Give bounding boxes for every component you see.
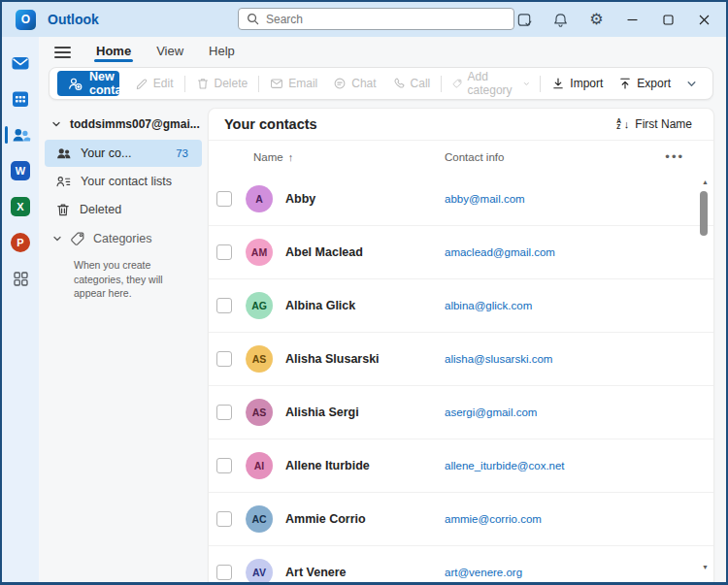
column-name[interactable]: Name ↑ — [216, 151, 445, 163]
contact-email-link[interactable]: abby@mail.com — [445, 193, 688, 205]
contact-name: Abby — [285, 192, 315, 206]
settings-gear-icon[interactable]: ⚙ — [579, 2, 614, 37]
contact-row[interactable]: AAbby abby@mail.com — [209, 173, 713, 226]
categories-hint-text: When you create categories, they will ap… — [74, 258, 190, 301]
tab-help[interactable]: Help — [209, 44, 235, 62]
contacts-list: AAbby abby@mail.com AMAbel Maclead amacl… — [209, 173, 713, 582]
notifications-bell-icon[interactable] — [543, 2, 579, 37]
contact-email-link[interactable]: asergi@gmail.com — [445, 406, 688, 418]
tab-home[interactable]: Home — [96, 44, 131, 62]
call-button[interactable]: Call — [384, 71, 439, 96]
edit-button[interactable]: Edit — [127, 71, 182, 96]
search-icon — [247, 13, 259, 25]
contact-row[interactable]: AVArt Venere art@venere.org — [209, 546, 713, 582]
contact-email-link[interactable]: ammie@corrio.com — [445, 513, 688, 525]
contact-name: Ammie Corrio — [285, 512, 366, 526]
rail-more-apps-icon[interactable] — [2, 262, 39, 295]
sort-ascending-arrow-icon: ↑ — [288, 151, 294, 163]
person-add-icon — [68, 77, 83, 91]
contact-name: Alisha Slusarski — [285, 352, 380, 366]
contact-avatar: AV — [246, 559, 273, 582]
contact-avatar: AM — [246, 239, 273, 266]
maximize-button[interactable] — [650, 2, 686, 37]
rail-mail-icon[interactable] — [2, 47, 39, 80]
sort-by-control[interactable]: AZ ↓ First Name — [616, 117, 692, 131]
app-rail: W X P — [2, 37, 39, 582]
contact-row[interactable]: ASAlisha Slusarski alisha@slusarski.com — [209, 333, 713, 386]
contact-name: Art Venere — [285, 566, 347, 579]
nav-categories[interactable]: Categories — [45, 225, 202, 252]
tab-view[interactable]: View — [156, 44, 183, 62]
contact-checkbox[interactable] — [216, 565, 232, 580]
contact-row[interactable]: ACAmmie Corrio ammie@corrio.com — [209, 493, 713, 546]
nav-contact-lists[interactable]: Your contact lists — [45, 168, 202, 195]
titlebar: O Outlook ⚙ — [2, 2, 726, 37]
export-button[interactable]: Export — [611, 71, 678, 96]
contact-checkbox[interactable] — [216, 511, 232, 527]
import-button[interactable]: Import — [544, 71, 611, 96]
chevron-down-icon — [51, 119, 61, 129]
contacts-panel: Your contacts AZ ↓ First Name Name ↑ Con… — [208, 108, 714, 582]
contact-avatar: AI — [246, 452, 273, 479]
toolbar-overflow-chevron-icon[interactable] — [678, 79, 705, 89]
rail-people-icon[interactable] — [2, 118, 39, 151]
hamburger-menu-icon[interactable] — [54, 47, 71, 62]
outlook-window: O Outlook ⚙ — [0, 0, 728, 585]
contact-list-icon — [55, 174, 72, 190]
sort-arrow-down-icon: ↓ — [624, 118, 630, 130]
new-contact-button[interactable]: New contact — [57, 71, 119, 96]
column-contact-info[interactable]: Contact info — [445, 151, 665, 163]
chevron-down-icon — [52, 234, 62, 244]
email-button[interactable]: Email — [262, 71, 325, 96]
nav-your-contacts[interactable]: Your co... 73 — [45, 140, 202, 167]
contact-checkbox[interactable] — [216, 191, 232, 207]
scrollbar-down-arrow-icon[interactable]: ▼ — [702, 564, 709, 570]
contact-avatar: AC — [246, 505, 273, 533]
contact-row[interactable]: AGAlbina Glick albina@glick.com — [209, 279, 713, 333]
contact-email-link[interactable]: art@venere.org — [445, 567, 688, 578]
contact-avatar: AS — [246, 345, 273, 373]
contact-email-link[interactable]: albina@glick.com — [445, 300, 688, 311]
ribbon-toolbar: New contact Edit Delete — [49, 67, 713, 100]
menubar: Home View Help — [39, 37, 726, 64]
contacts-count-badge: 73 — [176, 147, 188, 159]
scrollbar-thumb[interactable] — [700, 191, 708, 236]
contact-email-link[interactable]: allene_iturbide@cox.net — [445, 460, 688, 471]
contact-checkbox[interactable] — [216, 298, 232, 313]
delete-button[interactable]: Delete — [188, 71, 256, 96]
search-input[interactable] — [266, 13, 506, 26]
add-category-chevron-icon — [523, 80, 530, 88]
contact-name: Abel Maclead — [285, 245, 363, 259]
contact-checkbox[interactable] — [216, 405, 232, 420]
rail-word-icon[interactable]: W — [2, 154, 39, 187]
contact-avatar: AS — [246, 399, 273, 426]
search-box[interactable] — [238, 8, 514, 30]
chat-button[interactable]: Chat — [325, 71, 383, 96]
contact-email-link[interactable]: amaclead@gmail.com — [445, 246, 688, 258]
minimize-button[interactable] — [614, 2, 650, 37]
contact-row[interactable]: AIAllene Iturbide allene_iturbide@cox.ne… — [209, 439, 713, 493]
add-category-button[interactable]: Add category — [445, 71, 537, 96]
contact-checkbox[interactable] — [216, 458, 232, 473]
column-header-row: Name ↑ Contact info ••• — [209, 141, 713, 173]
page-title: Your contacts — [224, 116, 616, 132]
contact-checkbox[interactable] — [216, 244, 232, 260]
contact-name: Alishia Sergi — [285, 406, 359, 419]
contact-avatar: A — [246, 185, 273, 212]
scrollbar-up-arrow-icon[interactable]: ▲ — [702, 179, 709, 185]
account-header[interactable]: toddsimms007@gmai... — [39, 112, 208, 139]
column-options-ellipsis-icon[interactable]: ••• — [665, 149, 696, 164]
close-button[interactable] — [686, 2, 722, 37]
contact-avatar: AG — [246, 292, 273, 319]
my-day-icon[interactable] — [507, 2, 543, 37]
contact-name: Albina Glick — [285, 299, 355, 312]
rail-excel-icon[interactable]: X — [2, 190, 39, 223]
contact-row[interactable]: ASAlishia Sergi asergi@gmail.com — [209, 386, 713, 439]
folders-pane: toddsimms007@gmai... Your co... 73 Your … — [39, 108, 208, 582]
rail-powerpoint-icon[interactable]: P — [2, 226, 39, 259]
contact-row[interactable]: AMAbel Maclead amaclead@gmail.com — [209, 226, 713, 279]
contact-email-link[interactable]: alisha@slusarski.com — [445, 353, 688, 365]
nav-deleted[interactable]: Deleted — [45, 196, 202, 223]
rail-calendar-icon[interactable] — [2, 82, 39, 115]
contact-checkbox[interactable] — [216, 351, 232, 367]
